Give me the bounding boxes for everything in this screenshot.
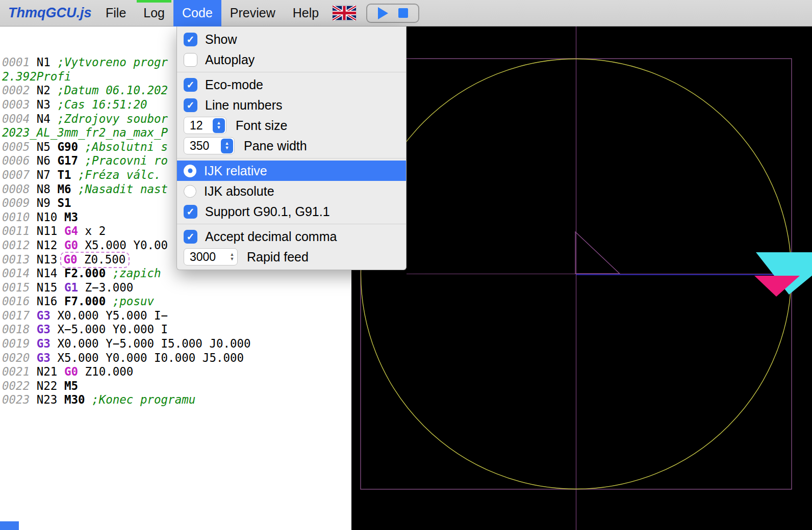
- menu-option-ijk-absolute[interactable]: IJK absolute: [177, 181, 406, 201]
- code-token: M6: [57, 182, 78, 196]
- stepper-arrows-icon[interactable]: ▲▼: [228, 250, 236, 264]
- menu-divider: [177, 72, 406, 72]
- code-token: ;Vytvoreno progr: [57, 56, 168, 69]
- menu-option-label: Accept decimal comma: [205, 229, 337, 244]
- menu-option-label: IJK relative: [204, 164, 267, 178]
- menu-option-rapid-feed: 3000 ▲▼ Rapid feed: [177, 247, 406, 267]
- code-token: 0012: [2, 238, 37, 252]
- code-token: N1: [37, 56, 58, 69]
- stepper-arrows-icon[interactable]: ▲▼: [213, 118, 225, 133]
- code-token: N2: [37, 84, 58, 97]
- checkbox-icon: [184, 33, 197, 46]
- stop-icon: [398, 8, 408, 18]
- menu-divider: [177, 224, 406, 224]
- code-token: 0016: [2, 295, 37, 308]
- menu-option-support-g90[interactable]: Support G90.1, G91.1: [177, 201, 406, 222]
- code-line[interactable]: 0017 G3 X0.000 Y5.000 I−: [2, 309, 351, 323]
- menu-option-label: Pane width: [244, 139, 307, 153]
- checkbox-icon: [184, 78, 197, 92]
- menu-option-label: Line numbers: [205, 98, 282, 113]
- bottom-left-accent: [0, 521, 19, 530]
- code-line[interactable]: 0023 N23 M30 ;Konec programu: [2, 393, 351, 407]
- code-line[interactable]: 0019 G3 X0.000 Y−5.000 I5.000 J0.000: [2, 337, 351, 351]
- pane-width-value: 350: [190, 139, 216, 153]
- menu-option-line-numbers[interactable]: Line numbers: [177, 95, 406, 115]
- code-token: ;Nasadit nast: [78, 182, 168, 196]
- code-line[interactable]: 0018 G3 X−5.000 Y0.000 I: [2, 323, 351, 337]
- code-token: N7: [37, 168, 58, 181]
- uk-flag-icon[interactable]: [333, 5, 356, 21]
- code-token: N23: [37, 393, 64, 406]
- code-token: Z0.500: [84, 253, 125, 266]
- code-token: G3: [37, 351, 58, 364]
- code-token: 0003: [2, 98, 37, 111]
- code-token: G3: [37, 323, 58, 336]
- code-token: ;zapich: [113, 267, 161, 280]
- playback-controls: [366, 4, 419, 23]
- rapid-feed-stepper[interactable]: 3000 ▲▼: [184, 248, 238, 266]
- uk-flag-svg: [333, 5, 356, 21]
- menu-item-log[interactable]: Log: [135, 0, 173, 26]
- code-token: X0.000 Y5.000 I−: [57, 309, 168, 322]
- stop-button[interactable]: [398, 8, 408, 18]
- preview-canvas[interactable]: [351, 26, 812, 530]
- stepper-arrows-icon[interactable]: ▲▼: [221, 139, 233, 153]
- radio-icon: [184, 165, 196, 177]
- checkbox-icon: [184, 53, 197, 67]
- menu-option-label: Font size: [236, 118, 287, 133]
- code-token: G17: [57, 154, 85, 167]
- code-token: 0005: [2, 140, 37, 153]
- code-line[interactable]: 0021 N21 G0 Z10.000: [2, 365, 351, 379]
- code-token: G3: [37, 337, 58, 350]
- menu-item-preview-label: Preview: [230, 6, 275, 20]
- checkbox-icon: [184, 230, 197, 244]
- code-line[interactable]: 0020 G3 X5.000 Y0.000 I0.000 J5.000: [2, 351, 351, 365]
- code-token: 0018: [2, 323, 37, 336]
- current-line-highlight-box: G0 Z0.500: [60, 252, 130, 268]
- menu-item-preview[interactable]: Preview: [221, 0, 284, 26]
- menu-option-show[interactable]: Show: [177, 29, 406, 49]
- code-line[interactable]: 0022 N22 M5: [2, 379, 351, 393]
- code-token: 0019: [2, 337, 37, 350]
- play-button[interactable]: [378, 7, 388, 19]
- menu-option-ijk-relative[interactable]: IJK relative: [177, 161, 406, 181]
- menu-divider: [177, 158, 406, 158]
- menu-item-log-label: Log: [143, 6, 165, 20]
- code-token: 0010: [2, 210, 37, 224]
- code-token: F7.000: [64, 295, 113, 308]
- checkbox-icon: [184, 98, 197, 112]
- code-token: N3: [37, 98, 58, 111]
- code-token: S1: [57, 196, 71, 209]
- menu-option-label: IJK absolute: [204, 184, 274, 199]
- code-menu-dropdown: Show Autoplay Eco-mode Line numbers 12 ▲…: [176, 26, 407, 270]
- code-token: 0006: [2, 154, 37, 167]
- code-token: 0021: [2, 365, 37, 378]
- menu-item-help[interactable]: Help: [284, 0, 327, 26]
- font-size-stepper[interactable]: 12 ▲▼: [184, 117, 226, 134]
- pane-width-stepper[interactable]: 350 ▲▼: [184, 137, 235, 154]
- code-token: M5: [64, 379, 78, 392]
- code-token: 2023_AL_3mm_fr2_na_max_P: [2, 126, 168, 139]
- menu-item-code[interactable]: Code: [173, 0, 221, 26]
- code-token: N15: [37, 281, 64, 294]
- code-token: G0: [64, 365, 85, 378]
- code-line[interactable]: 0015 N15 G1 Z−3.000: [2, 281, 351, 295]
- code-token: 0008: [2, 182, 37, 196]
- menubar: ThmqGCU.js File Log Code Preview Help: [0, 0, 812, 26]
- log-active-indicator: [137, 0, 171, 3]
- code-token: G4: [64, 224, 78, 237]
- code-line[interactable]: 0016 N16 F7.000 ;posuv: [2, 295, 351, 309]
- code-token: N13: [37, 253, 58, 266]
- code-token: N5: [37, 140, 58, 153]
- code-token: X5.000 Y0.00: [85, 238, 168, 252]
- code-token: 0023: [2, 393, 37, 406]
- menu-option-pane-width: 350 ▲▼ Pane width: [177, 136, 406, 156]
- menu-option-autoplay[interactable]: Autoplay: [177, 49, 406, 70]
- code-token: 0011: [2, 224, 37, 237]
- menu-option-decimal-comma[interactable]: Accept decimal comma: [177, 226, 406, 247]
- code-token: ;Datum 06.10.202: [57, 84, 168, 97]
- code-token: X5.000 Y0.000 I0.000 J5.000: [57, 351, 244, 364]
- code-token: G3: [37, 309, 58, 322]
- menu-item-file[interactable]: File: [97, 0, 135, 26]
- menu-option-eco-mode[interactable]: Eco-mode: [177, 74, 406, 95]
